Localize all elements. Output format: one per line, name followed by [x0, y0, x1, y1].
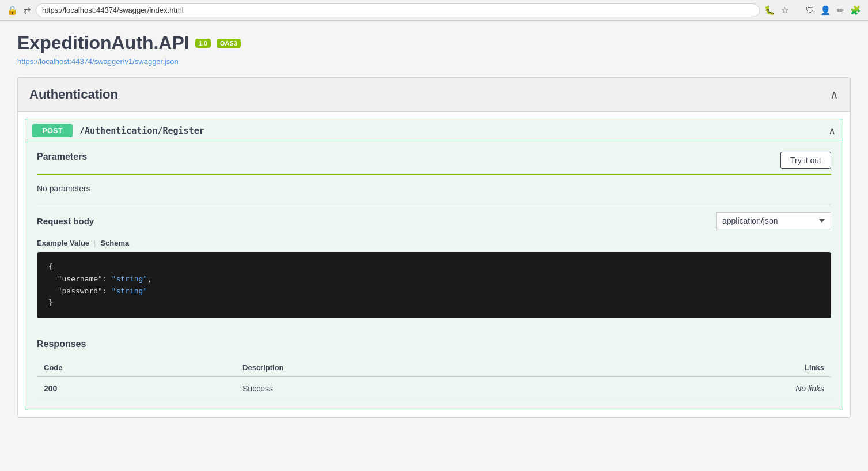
browser-right-icons: 🐛 ☆ 🛡 👤 ✏ 🧩 [764, 5, 861, 16]
no-parameters-text: No parameters [37, 184, 831, 193]
url-bar[interactable]: https://localhost:44374/swagger/index.ht… [36, 3, 760, 17]
endpoint-path: /Authentication/Register [79, 126, 204, 136]
pen-icon[interactable]: ✏ [837, 5, 844, 16]
code-line-1: { [48, 261, 820, 273]
responses-table-header-row: Code Description Links [37, 359, 831, 377]
authentication-section: Authentication ∧ POST /Authentication/Re… [17, 77, 851, 418]
code-line-4: } [48, 297, 820, 309]
responses-label: Responses [37, 339, 831, 349]
responses-table: Code Description Links 200 [37, 359, 831, 401]
responses-table-body: 200 Success No links [37, 377, 831, 401]
example-tabs: Example Value | Schema [37, 239, 831, 247]
swagger-json-link[interactable]: https://localhost:44374/swagger/v1/swagg… [17, 57, 851, 66]
section-divider [37, 205, 831, 205]
authentication-section-title: Authentication [29, 87, 118, 102]
response-code: 200 [37, 377, 236, 401]
parameters-row: Parameters Try it out [37, 152, 831, 175]
request-body-label: Request body [37, 216, 94, 226]
shield-icon[interactable]: 🛡 [806, 5, 814, 16]
page-content: ExpeditionAuth.API 1.0 OAS3 https://loca… [0, 21, 868, 429]
star-icon[interactable]: ☆ [781, 5, 789, 16]
browser-nav-icons: 🔒 ⇄ [7, 5, 31, 16]
tab-divider: | [94, 239, 96, 247]
responses-table-head: Code Description Links [37, 359, 831, 377]
oas3-badge: OAS3 [217, 39, 241, 48]
example-value-tab[interactable]: Example Value [37, 239, 89, 247]
api-title: ExpeditionAuth.API [17, 32, 189, 54]
bug-icon[interactable]: 🐛 [764, 5, 775, 16]
content-type-select[interactable]: application/json [716, 212, 831, 229]
responses-section: Responses Code Description Links [37, 339, 831, 401]
code-line-2: "username": "string", [48, 273, 820, 285]
endpoint-header[interactable]: POST /Authentication/Register ∧ [25, 119, 843, 142]
tracking-icon: ⇄ [24, 5, 31, 16]
authentication-section-header[interactable]: Authentication ∧ [18, 78, 850, 112]
try-it-out-button[interactable]: Try it out [780, 152, 831, 169]
request-body-row: Request body application/json [37, 212, 831, 229]
col-description: Description [236, 359, 571, 377]
browser-chrome: 🔒 ⇄ https://localhost:44374/swagger/inde… [0, 0, 868, 21]
authentication-collapse-icon: ∧ [830, 88, 839, 101]
schema-tab[interactable]: Schema [100, 239, 129, 247]
api-title-row: ExpeditionAuth.API 1.0 OAS3 [17, 32, 851, 54]
method-badge: POST [32, 124, 73, 137]
parameters-label: Parameters [37, 152, 87, 162]
col-code: Code [37, 359, 236, 377]
endpoint-body: Parameters Try it out No parameters Requ… [25, 142, 843, 410]
response-links: No links [571, 377, 831, 401]
response-description: Success [236, 377, 571, 401]
code-line-3: "password": "string" [48, 285, 820, 297]
post-register-endpoint: POST /Authentication/Register ∧ Paramete… [25, 119, 843, 410]
col-links: Links [571, 359, 831, 377]
person-icon[interactable]: 👤 [820, 5, 831, 16]
version-badge: 1.0 [195, 39, 211, 48]
url-text: https://localhost:44374/swagger/index.ht… [42, 6, 184, 14]
endpoint-collapse-icon: ∧ [828, 125, 836, 137]
table-row: 200 Success No links [37, 377, 831, 401]
lock-icon: 🔒 [7, 5, 18, 16]
code-block: { "username": "string", "password": "str… [37, 252, 831, 318]
extensions-icon[interactable]: 🧩 [850, 5, 861, 16]
